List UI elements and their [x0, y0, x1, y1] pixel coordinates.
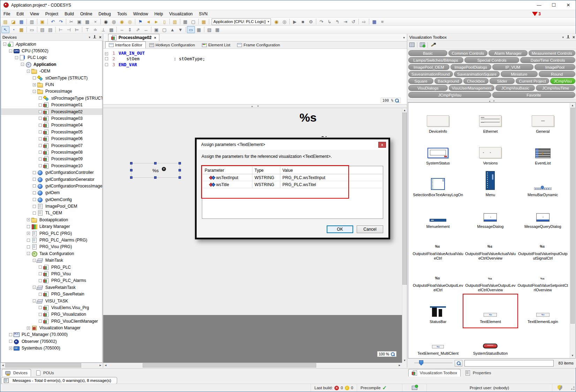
- visualization-canvas[interactable]: %s %s %s + Assi: [103, 108, 402, 363]
- editor-subtab[interactable]: Interface Editor: [105, 41, 146, 48]
- selection-handle[interactable]: [130, 169, 132, 171]
- favorites-view-icon[interactable]: [420, 43, 425, 47]
- library-manager-icon[interactable]: ▥: [171, 18, 179, 25]
- run-to-cursor-icon[interactable]: ⇥: [341, 18, 349, 25]
- reset-icon[interactable]: ↺: [349, 18, 357, 25]
- tree-expander[interactable]: +: [27, 326, 30, 330]
- sep[interactable]: [134, 18, 136, 25]
- tree-item[interactable]: gvlConfigurationController: [1, 169, 102, 176]
- tree-item[interactable]: ProcessImage02: [1, 108, 102, 115]
- toolbox-item[interactable]: StatusBar: [412, 295, 464, 327]
- toolbox-item[interactable]: OutputstFloatValueInputOutputSignalCtrl: [517, 232, 569, 263]
- open-project-icon[interactable]: ◪: [9, 18, 17, 25]
- sep[interactable]: [65, 18, 67, 25]
- tree-item[interactable]: PRG_SaveRetain: [1, 291, 102, 297]
- tree-item[interactable]: - Application: [1, 41, 102, 47]
- insert-table-icon[interactable]: ▦: [181, 18, 189, 25]
- panel-close-icon[interactable]: ×: [99, 35, 101, 40]
- category-button[interactable]: Special Controls: [464, 57, 520, 63]
- grid-icon[interactable]: ▦: [213, 26, 221, 33]
- toolbox-item[interactable]: SystemStatus: [412, 137, 464, 168]
- sep[interactable]: [46, 18, 49, 25]
- category-button[interactable]: Current Project: [516, 78, 549, 84]
- tree-item[interactable]: Observer (705002): [1, 338, 102, 345]
- align-middle-icon[interactable]: ≐: [91, 26, 99, 33]
- login-icon[interactable]: ◉: [272, 18, 280, 25]
- messages-bar[interactable]: Messages - Total 0 error(s), 0 warning(s…: [1, 377, 117, 384]
- pin-icon[interactable]: [567, 35, 570, 39]
- tree-item[interactable]: - VISU_TASK: [1, 298, 102, 304]
- tree-item[interactable]: - Task Configuration: [1, 250, 102, 257]
- tree-item[interactable]: + PRG_PLC (PRG): [1, 230, 102, 237]
- sep[interactable]: [25, 26, 28, 33]
- tree-item[interactable]: TL_OEM: [1, 210, 102, 216]
- toolbox-item[interactable]: Menu: [464, 168, 516, 200]
- stamp-frame-icon[interactable]: ▤: [46, 26, 54, 33]
- tree-item[interactable]: ProcessImage05: [1, 129, 102, 135]
- dock-tab[interactable]: Visualization Toolbox: [408, 369, 461, 377]
- fold-marker[interactable]: [105, 57, 108, 60]
- parameter-value[interactable]: PRG_PLC.wsTextInput: [280, 174, 382, 181]
- sep[interactable]: [54, 26, 57, 33]
- category-button[interactable]: Measurement Controls: [529, 50, 575, 56]
- category-button[interactable]: Basic: [408, 50, 447, 56]
- selected-text-element[interactable]: %s +: [131, 163, 180, 178]
- dock-tab[interactable]: Properties: [461, 369, 494, 377]
- print-icon[interactable]: ▥: [28, 18, 36, 25]
- tree-expander[interactable]: -: [15, 56, 18, 59]
- toolbox-item[interactable]: Versions: [464, 137, 516, 168]
- category-button[interactable]: Miniature: [501, 71, 537, 77]
- scroll-up-icon[interactable]: ▲: [402, 108, 407, 113]
- svn-flag[interactable]: 3: [532, 11, 541, 16]
- stamp-visu-icon[interactable]: ▤: [38, 26, 46, 33]
- menu-item[interactable]: Debug: [96, 10, 114, 17]
- bookmark-toggle-icon[interactable]: ⚑: [136, 18, 144, 25]
- tree-item[interactable]: - MainTask: [1, 257, 102, 264]
- tree-item[interactable]: PRG_Visu: [1, 270, 102, 277]
- tree-expander[interactable]: -: [33, 259, 36, 262]
- toolbox-item[interactable]: DeviceInfo: [412, 105, 464, 137]
- category-button[interactable]: Favorite: [492, 92, 575, 98]
- selection-handle[interactable]: [130, 176, 132, 179]
- category-button[interactable]: JCmpVisuTime: [536, 85, 575, 91]
- tree-expander[interactable]: [39, 117, 42, 120]
- tree-expander[interactable]: -: [33, 286, 36, 289]
- align-right-icon[interactable]: ⊨: [73, 26, 81, 33]
- build-icon[interactable]: ⚙: [307, 18, 315, 25]
- interface-editor-code[interactable]: − 1 VAR_IN_OUT 2 stOem : stOemType; 3 EN…: [103, 49, 407, 105]
- ungroup-icon[interactable]: ▢: [160, 26, 168, 33]
- parameter-value[interactable]: PRG_PLC.wsTitel: [280, 181, 382, 188]
- tree-expander[interactable]: -: [3, 43, 6, 46]
- menu-item[interactable]: Edit: [13, 10, 27, 17]
- tree-item[interactable]: ProcessImage10: [1, 162, 102, 169]
- bookmark-next-icon[interactable]: ►: [152, 18, 160, 25]
- undo-icon[interactable]: ↶: [49, 18, 57, 25]
- header-value[interactable]: Value: [280, 167, 382, 174]
- tree-expander[interactable]: [33, 184, 36, 187]
- step-over-icon[interactable]: ↷: [317, 18, 325, 25]
- tree-item[interactable]: ProcessImage08: [1, 149, 102, 155]
- tree-item[interactable]: + Systembus (705000): [1, 345, 102, 352]
- tree-expander[interactable]: [39, 151, 42, 154]
- tree-item[interactable]: ProcessImage07: [1, 142, 102, 149]
- minimize-button[interactable]: —: [532, 0, 546, 10]
- incremental-search-icon[interactable]: ◎: [110, 18, 118, 25]
- editor-subtab[interactable]: Element List: [198, 41, 234, 48]
- parameter-row[interactable]: wsTitle WSTRING PRG_PLC.wsTitel: [203, 181, 382, 188]
- replace-objects-icon[interactable]: ◎: [126, 18, 134, 25]
- tree-expander[interactable]: [39, 279, 42, 282]
- editor-splitter[interactable]: ▲▼: [103, 105, 407, 108]
- sep[interactable]: [197, 18, 200, 25]
- category-button[interactable]: Lamps/Switches/Bitmaps: [408, 57, 463, 63]
- menu-item[interactable]: Window: [130, 10, 151, 17]
- tree-item[interactable]: VisuElems.Visu_Prg: [1, 304, 102, 311]
- tree-item[interactable]: ProcessImage06: [1, 135, 102, 142]
- category-button[interactable]: Alarm Manager: [488, 50, 528, 56]
- display-mode-icon[interactable]: ≡: [378, 18, 386, 25]
- toolbox-item[interactable]: MessageDialog: [464, 200, 516, 232]
- paste-icon[interactable]: ▩: [83, 18, 91, 25]
- align-left-icon[interactable]: ⊢: [57, 26, 65, 33]
- category-button[interactable]: Background: [434, 78, 462, 84]
- tree-expander[interactable]: +: [33, 83, 36, 86]
- menu-item[interactable]: Project: [42, 10, 61, 17]
